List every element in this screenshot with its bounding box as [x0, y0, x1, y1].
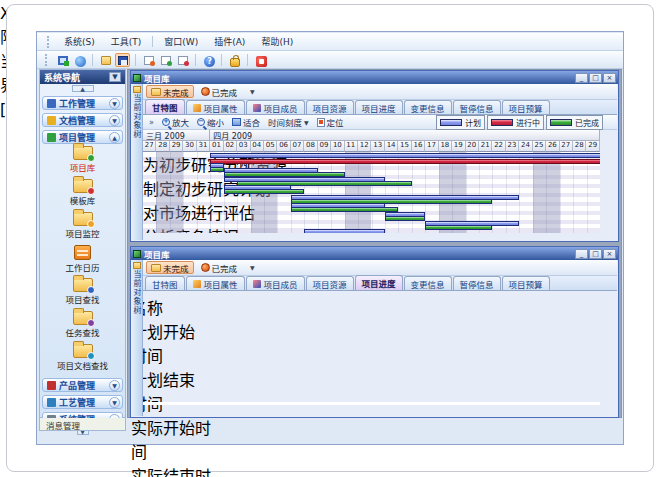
close-button[interactable]: × [603, 249, 616, 259]
sidebar-group-1[interactable]: 工作管理▼ [42, 96, 123, 110]
tab-label: 项目预算 [509, 102, 543, 114]
gantt-tool-3[interactable]: 适合 [228, 116, 264, 128]
tab-message-manage[interactable]: 消息管理 [39, 418, 126, 431]
close-button[interactable]: × [603, 73, 616, 83]
gantt-tool-5[interactable]: 定位 [313, 116, 348, 128]
icon-badge [87, 154, 95, 162]
sidebar-item-6[interactable]: 任务查找 [40, 311, 125, 342]
day-gridline [331, 152, 332, 233]
minimize-button[interactable]: _ [575, 249, 588, 259]
day-cell: 08 [304, 141, 317, 152]
sidebar-collapse-button[interactable]: ▲ [72, 85, 94, 92]
exit-icon[interactable] [253, 53, 268, 67]
group-expand-button[interactable]: ▼ [109, 115, 120, 126]
window-titlebar[interactable]: 项目库_□× [131, 247, 618, 260]
gantt-tool-2[interactable]: −缩小 [193, 116, 228, 128]
navigation-sidebar: 系统导航 ▼ ▲ 工作管理▼文档管理▼项目管理▲项目库模板库项目监控工作日历项目… [39, 69, 126, 418]
filter-completed-button[interactable]: 已完成 [196, 85, 243, 98]
locate-icon [317, 118, 325, 127]
sidebar-group-label: 工作管理 [59, 97, 109, 110]
sidebar-item-5[interactable]: 项目查找 [40, 278, 125, 309]
sidebar-item-3[interactable]: 项目监控 [40, 212, 125, 243]
tab-项目资源[interactable]: 项目资源 [306, 276, 354, 290]
gantt-chart-area[interactable]: 为初步研究分配资源制定初步研究计划对市场进行评估分析竞争情况技术可行性分析生产实… [143, 152, 600, 233]
object-tree-side-tab[interactable]: 当前对象树 [131, 84, 143, 240]
tab-项目属性[interactable]: 项目属性 [186, 100, 245, 114]
menu-item-4[interactable]: 插件(A) [206, 33, 253, 50]
maximize-button[interactable]: □ [589, 73, 602, 83]
tab-项目预算[interactable]: 项目预算 [502, 276, 550, 290]
sidebar-group-4[interactable]: 产品管理▼ [42, 378, 123, 392]
weekend-shading [170, 152, 183, 233]
tab-甘特图[interactable]: 甘特图 [145, 276, 185, 290]
legend-item-2: 进行中 [487, 115, 544, 130]
sidebar-group-2[interactable]: 文档管理▼ [42, 113, 123, 127]
menu-item-3[interactable]: 窗口(W) [156, 33, 206, 50]
folder-open-icon[interactable] [98, 53, 113, 67]
day-cell: 28 [156, 141, 169, 152]
tab-项目资源[interactable]: 项目资源 [306, 100, 354, 114]
sidebar-item-4[interactable]: 工作日历 [40, 245, 125, 276]
tab-暂停信息[interactable]: 暂停信息 [453, 100, 501, 114]
filter-uncompleted-button[interactable]: 未完成 [146, 85, 194, 98]
zoom-in-icon: + [162, 118, 170, 126]
tool-label: 放大 [172, 116, 189, 128]
doc-delete-icon[interactable] [175, 53, 190, 67]
toolbar-separator [195, 54, 196, 66]
minimize-button[interactable]: _ [575, 73, 588, 83]
lock-icon[interactable] [227, 53, 242, 67]
save-icon[interactable] [115, 53, 130, 67]
tool-label: 时间刻度 [268, 116, 302, 128]
tab-项目成员[interactable]: 项目成员 [246, 276, 305, 290]
sidebar-item-label: 项目监控 [40, 227, 125, 239]
globe-icon[interactable] [72, 53, 87, 67]
sidebar-pin-button[interactable]: ▼ [109, 72, 121, 82]
sidebar-item-7[interactable]: 项目文档查找 [40, 344, 125, 375]
menu-item-2[interactable]: 工具(T) [103, 33, 150, 50]
filter-overflow-button[interactable]: ▼ [250, 264, 255, 271]
menu-item-1[interactable]: 系统(S) [56, 33, 103, 50]
object-tree-side-tab[interactable]: 当前对象树 [131, 260, 143, 416]
column-header-5[interactable]: 实际开始时间 [131, 415, 217, 463]
group-expand-button[interactable]: ▼ [109, 380, 120, 391]
menu-item-5[interactable]: 帮助(H) [253, 33, 301, 50]
filter-completed-button[interactable]: 已完成 [196, 261, 243, 274]
gantt-tool-1[interactable]: +放大 [158, 116, 193, 128]
tab-label: 甘特图 [152, 101, 178, 113]
sidebar-group-3[interactable]: 项目管理▲ [42, 130, 123, 144]
group-expand-button[interactable]: ▼ [109, 98, 120, 109]
monitor-add-icon[interactable] [55, 53, 70, 67]
filter-overflow-button[interactable]: ▼ [250, 88, 255, 95]
maximize-button[interactable]: □ [589, 249, 602, 259]
group-expand-button[interactable]: ▼ [109, 397, 120, 408]
tab-甘特图[interactable]: 甘特图 [145, 99, 185, 114]
sidebar-group-label: 文档管理 [59, 114, 109, 127]
toolbar-separator [92, 54, 93, 66]
tab-项目属性[interactable]: 项目属性 [186, 276, 245, 290]
tab-暂停信息[interactable]: 暂停信息 [453, 276, 501, 290]
toolbar-separator [221, 54, 222, 66]
sidebar-group-5[interactable]: 工艺管理▼ [42, 395, 123, 409]
day-cell: 23 [506, 141, 519, 152]
tab-项目成员[interactable]: 项目成员 [246, 100, 305, 114]
tab-项目进度[interactable]: 项目进度 [355, 275, 403, 290]
sidebar-item-label: 项目文档查找 [40, 359, 125, 371]
tab-项目预算[interactable]: 项目预算 [502, 100, 550, 114]
sidebar-item-2[interactable]: 模板库 [40, 179, 125, 210]
filter-uncompleted-button[interactable]: 未完成 [146, 261, 194, 274]
help-icon[interactable]: ? [201, 53, 216, 67]
gantt-tool-4[interactable]: 时间刻度▼ [264, 116, 313, 128]
tab-变更信息[interactable]: 变更信息 [404, 276, 452, 290]
sidebar-item-1[interactable]: 项目库 [40, 146, 125, 177]
tab-项目进度[interactable]: 项目进度 [355, 100, 403, 114]
task-actual-bar [210, 167, 223, 172]
doc-check-icon[interactable] [158, 53, 173, 67]
window-titlebar[interactable]: 项目库_□× [131, 71, 618, 84]
tab-变更信息[interactable]: 变更信息 [404, 100, 452, 114]
toolbar-overflow-chevron[interactable]: » [145, 118, 158, 127]
column-header-6[interactable]: 实际结束时间 [131, 463, 221, 477]
doc-mail-icon[interactable] [141, 53, 156, 67]
folder-monitor-icon [73, 212, 93, 226]
day-cell: 11 [345, 141, 358, 152]
group-expand-button[interactable]: ▲ [109, 132, 120, 143]
